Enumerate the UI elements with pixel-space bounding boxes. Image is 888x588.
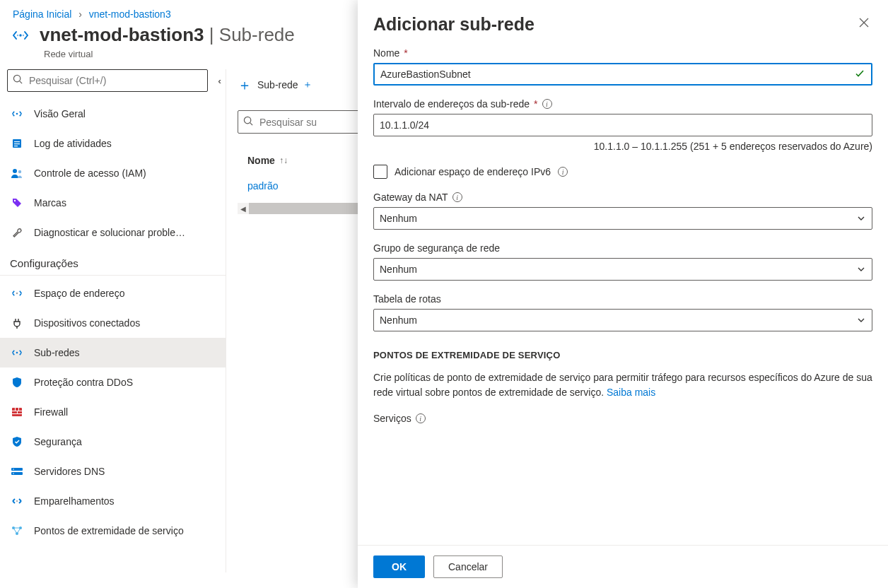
plug-icon bbox=[10, 316, 24, 330]
breadcrumb-resource[interactable]: vnet-mod-bastion3 bbox=[89, 8, 171, 20]
log-icon bbox=[10, 136, 24, 151]
info-icon[interactable]: i bbox=[542, 99, 552, 109]
add-subnet-button[interactable]: ＋ Sub-rede ＋ bbox=[238, 76, 312, 95]
svg-rect-20 bbox=[18, 408, 19, 411]
breadcrumb-home[interactable]: Página Inicial bbox=[13, 8, 71, 20]
svg-point-24 bbox=[13, 469, 14, 470]
scroll-left-icon[interactable]: ◀ bbox=[238, 205, 249, 213]
nav-label: Segurança bbox=[34, 436, 82, 447]
search-icon bbox=[243, 116, 254, 129]
nav-tags[interactable]: Marcas bbox=[0, 188, 226, 218]
nsg-select[interactable]: Nenhum bbox=[373, 258, 872, 281]
nav-iam[interactable]: Controle de acesso (IAM) bbox=[0, 158, 226, 188]
security-icon bbox=[10, 435, 24, 449]
nav-activity-log[interactable]: Log de atividades bbox=[0, 129, 226, 158]
vnet-icon bbox=[10, 25, 31, 46]
panel-title: Adicionar sub-rede bbox=[373, 14, 855, 35]
nav-label: Pontos de extremidade de serviço bbox=[34, 525, 184, 536]
info-icon[interactable]: i bbox=[452, 192, 462, 202]
nav-peerings[interactable]: Emparelhamentos bbox=[0, 486, 226, 516]
nav-overview[interactable]: Visão Geral bbox=[0, 99, 226, 129]
subnet-link[interactable]: padrão bbox=[247, 180, 279, 192]
name-label: Nome* bbox=[373, 47, 872, 59]
nav-ddos[interactable]: Proteção contra DDoS bbox=[0, 368, 226, 397]
plus-icon: ＋ bbox=[238, 76, 252, 95]
learn-more-link[interactable]: Saiba mais bbox=[607, 387, 655, 398]
nsg-label: Grupo de segurança de rede bbox=[373, 242, 872, 254]
nav-subnets[interactable]: Sub-redes bbox=[0, 338, 226, 368]
shield-icon bbox=[10, 375, 24, 389]
svg-rect-19 bbox=[15, 408, 16, 411]
cancel-button[interactable]: Cancelar bbox=[433, 555, 503, 578]
people-icon bbox=[10, 166, 24, 180]
svg-rect-8 bbox=[14, 143, 20, 144]
svg-point-2 bbox=[23, 34, 24, 35]
svg-point-12 bbox=[14, 200, 16, 201]
address-range-label: Intervalo de endereços da sub-rede * i bbox=[373, 98, 872, 110]
nav-label: Log de atividades bbox=[34, 138, 112, 149]
nat-gateway-select[interactable]: Nenhum bbox=[373, 207, 872, 230]
ok-button[interactable]: OK bbox=[373, 555, 425, 578]
close-icon[interactable] bbox=[855, 14, 872, 35]
service-endpoints-heading: PONTOS DE EXTREMIDADE DE SERVIÇO bbox=[373, 350, 872, 360]
info-icon[interactable]: i bbox=[558, 167, 568, 177]
svg-point-26 bbox=[16, 500, 18, 502]
address-range-input[interactable] bbox=[373, 114, 872, 136]
subnets-icon bbox=[10, 346, 24, 360]
valid-check-icon bbox=[854, 68, 865, 81]
nav-label: Emparelhamentos bbox=[34, 495, 115, 507]
svg-point-0 bbox=[19, 34, 21, 36]
svg-point-5 bbox=[16, 113, 18, 115]
route-table-select[interactable]: Nenhum bbox=[373, 309, 872, 331]
leftnav-search-input[interactable] bbox=[7, 69, 208, 92]
name-input[interactable] bbox=[373, 63, 872, 86]
search-icon bbox=[13, 74, 23, 87]
firewall-icon bbox=[10, 405, 24, 419]
peerings-icon bbox=[10, 494, 24, 508]
wrench-icon bbox=[10, 225, 24, 240]
svg-rect-18 bbox=[12, 413, 22, 414]
nav-diagnose[interactable]: Diagnosticar e solucionar proble… bbox=[0, 218, 226, 247]
nav-address-space[interactable]: Espaço de endereço bbox=[0, 278, 226, 308]
nav-connected-devices[interactable]: Dispositivos conectados bbox=[0, 308, 226, 338]
collapse-nav-icon[interactable]: ‹‹ bbox=[218, 76, 218, 86]
services-label: Serviços i bbox=[373, 413, 872, 424]
svg-point-10 bbox=[13, 169, 17, 173]
nat-gateway-label: Gateway da NAT i bbox=[373, 192, 872, 203]
chevron-down-icon bbox=[857, 315, 865, 327]
ipv6-label: Adicionar espaço de endereço IPv6 bbox=[395, 166, 551, 177]
nav-label: Servidores DNS bbox=[34, 466, 105, 477]
sort-icon: ↑↓ bbox=[279, 155, 288, 165]
svg-rect-7 bbox=[14, 141, 20, 142]
nav-label: Proteção contra DDoS bbox=[34, 377, 133, 388]
ipv6-checkbox[interactable] bbox=[373, 165, 387, 179]
svg-point-3 bbox=[13, 75, 20, 81]
svg-point-30 bbox=[244, 117, 250, 123]
nav-label: Dispositivos conectados bbox=[34, 317, 140, 329]
nav-label: Visão Geral bbox=[34, 108, 86, 119]
leftnav-search bbox=[7, 69, 208, 92]
tag-icon bbox=[10, 196, 24, 210]
ipv6-checkbox-row[interactable]: Adicionar espaço de endereço IPv6 i bbox=[373, 165, 872, 179]
plus-icon: ＋ bbox=[303, 78, 312, 91]
add-subnet-panel: Adicionar sub-rede Nome* Intervalo de en… bbox=[358, 0, 888, 588]
nav-security[interactable]: Segurança bbox=[0, 427, 226, 457]
svg-rect-17 bbox=[12, 411, 22, 411]
nav-section-settings: Configurações bbox=[0, 247, 226, 276]
dns-icon bbox=[10, 464, 24, 478]
breadcrumb-sep: › bbox=[78, 8, 82, 20]
info-icon[interactable]: i bbox=[416, 413, 426, 423]
address-range-hint: 10.1.1.0 – 10.1.1.255 (251 + 5 endereços… bbox=[373, 141, 872, 152]
nav-dns[interactable]: Servidores DNS bbox=[0, 457, 226, 486]
svg-rect-9 bbox=[14, 146, 18, 146]
endpoints-icon bbox=[10, 524, 24, 538]
svg-point-11 bbox=[18, 170, 21, 173]
toolbar-label: Sub-rede bbox=[257, 79, 298, 90]
panel-footer: OK Cancelar bbox=[358, 545, 888, 588]
chevron-down-icon bbox=[857, 264, 865, 276]
nav-firewall[interactable]: Firewall bbox=[0, 397, 226, 427]
svg-rect-21 bbox=[17, 411, 18, 413]
nav-label: Marcas bbox=[34, 197, 66, 208]
nav-service-endpoints[interactable]: Pontos de extremidade de serviço bbox=[0, 516, 226, 546]
left-nav: ‹‹ Visão Geral Log de atividades Control… bbox=[0, 69, 226, 572]
